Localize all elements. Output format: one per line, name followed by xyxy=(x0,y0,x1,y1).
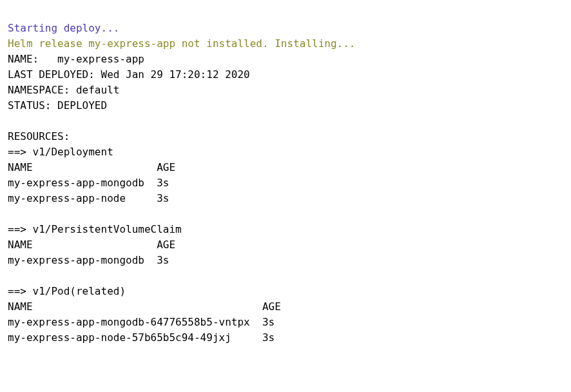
pod-header: ==> v1/Pod(related) xyxy=(8,285,126,297)
deployment-header: ==> v1/Deployment xyxy=(8,146,113,158)
deployment-row-mongodb: my-express-app-mongodb 3s xyxy=(8,177,169,189)
helm-install-line: Helm release my-express-app not installe… xyxy=(8,37,355,50)
resources-label: RESOURCES: xyxy=(8,130,70,142)
pvc-columns: NAME AGE xyxy=(8,239,175,251)
pod-row-mongodb: my-express-app-mongodb-64776558b5-vntpx … xyxy=(8,316,275,328)
deploy-start-line: Starting deploy... xyxy=(8,22,119,34)
namespace-line: NAMESPACE: default xyxy=(8,84,119,96)
pvc-header: ==> v1/PersistentVolumeClaim xyxy=(8,223,182,235)
pvc-row-mongodb: my-express-app-mongodb 3s xyxy=(8,254,169,266)
last-deployed-line: LAST DEPLOYED: Wed Jan 29 17:20:12 2020 xyxy=(8,68,250,81)
release-name-line: NAME: my-express-app xyxy=(8,53,144,65)
deployment-columns: NAME AGE xyxy=(8,161,175,173)
deployment-row-node: my-express-app-node 3s xyxy=(8,192,169,204)
pod-columns: NAME AGE xyxy=(8,300,281,313)
pod-row-node: my-express-app-node-57b65b5c94-49jxj 3s xyxy=(8,331,275,344)
status-line: STATUS: DEPLOYED xyxy=(8,99,107,112)
